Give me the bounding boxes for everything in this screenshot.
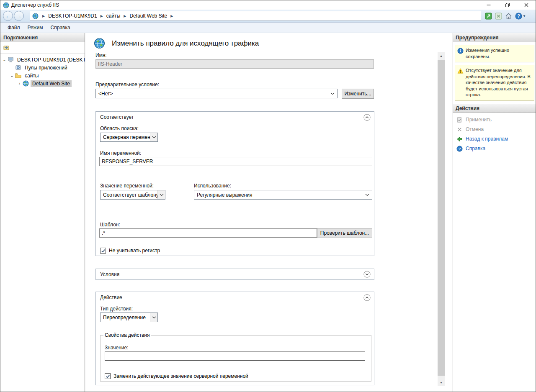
ignore-case-checkrow: Не учитывать регистр bbox=[100, 248, 160, 254]
conditions-section: Условия bbox=[95, 269, 374, 280]
back-button[interactable]: ← bbox=[3, 11, 13, 21]
using-select[interactable]: Регулярные выражения bbox=[194, 190, 372, 200]
tree-item-app-pools[interactable]: Пулы приложений bbox=[0, 64, 85, 72]
iis-manager-window: Диспетчер служб IIS ← → ▶ DESKTOP-U1MK9D… bbox=[0, 0, 536, 392]
variable-value-value: Соответствует шаблону bbox=[103, 192, 159, 198]
tree-expander-icon[interactable]: ⌄ bbox=[9, 74, 15, 78]
titlebar: Диспетчер служб IIS bbox=[0, 0, 536, 10]
right-panel: Предупреждения Изменения успешно сохране… bbox=[453, 33, 536, 392]
actions-list: Применить Отмена Назад к правилам Справк… bbox=[453, 113, 536, 154]
website-globe-icon bbox=[23, 80, 29, 87]
scrollbar-thumb[interactable] bbox=[438, 60, 445, 376]
window-controls bbox=[479, 0, 536, 10]
back-arrow-icon bbox=[456, 136, 463, 142]
replace-value-checkbox[interactable] bbox=[105, 373, 111, 379]
scroll-up-button[interactable]: ▲ bbox=[438, 52, 445, 59]
site-globe-icon bbox=[32, 13, 39, 19]
collapse-match-button[interactable] bbox=[363, 114, 371, 121]
replace-value-label: Заменить действующее значение серверной … bbox=[113, 373, 248, 379]
help-icon bbox=[456, 146, 463, 152]
scope-select[interactable]: Серверная переменн bbox=[100, 133, 158, 142]
action-value-input[interactable] bbox=[105, 351, 365, 361]
action-type-label: Тип действия: bbox=[100, 306, 133, 312]
variable-name-input[interactable] bbox=[99, 157, 372, 166]
cancel-label: Отмена bbox=[466, 126, 484, 132]
variable-value-label: Значение переменной: bbox=[100, 183, 154, 189]
scope-label: Область поиска: bbox=[100, 126, 139, 131]
menu-view[interactable]: Режим bbox=[24, 23, 47, 32]
menu-help[interactable]: Справка bbox=[47, 23, 74, 32]
help-icon bbox=[515, 13, 522, 20]
tree-expander-icon[interactable]: › bbox=[16, 82, 23, 86]
collapse-action-button[interactable] bbox=[363, 294, 371, 301]
precondition-label: Предварительное условие: bbox=[95, 82, 159, 87]
match-section-title: Соответствует bbox=[100, 114, 134, 120]
scroll-down-button[interactable]: ▼ bbox=[438, 379, 445, 386]
window-title: Диспетчер служб IIS bbox=[11, 2, 59, 8]
replace-value-checkrow: Заменить действующее значение серверной … bbox=[105, 373, 248, 379]
apply-icon bbox=[456, 117, 463, 123]
breadcrumb-item-server[interactable]: DESKTOP-U1MK9D1 bbox=[47, 12, 98, 20]
action-section-title: Действие bbox=[100, 295, 122, 300]
action-type-select[interactable]: Переопределение bbox=[100, 313, 158, 322]
info-icon bbox=[457, 48, 464, 54]
action-section: Действие Тип действия: Переопределение С… bbox=[95, 292, 374, 385]
stop-icon[interactable] bbox=[495, 13, 502, 20]
restore-button[interactable] bbox=[498, 0, 517, 10]
close-button[interactable] bbox=[517, 0, 536, 10]
create-connection-icon[interactable] bbox=[3, 44, 10, 51]
sites-folder-icon bbox=[15, 72, 21, 79]
pattern-input[interactable] bbox=[99, 228, 317, 238]
tree-item-server[interactable]: ⌄ DESKTOP-U1MK9D1 (DESKTOP bbox=[0, 56, 85, 64]
iis-app-icon bbox=[3, 2, 9, 8]
action-type-value: Переопределение bbox=[103, 315, 146, 320]
breadcrumb-item-sites[interactable]: сайты bbox=[105, 12, 122, 20]
tree-expander-icon[interactable]: ⌄ bbox=[1, 58, 8, 62]
apply-button: Применить bbox=[453, 115, 536, 125]
home-icon[interactable] bbox=[505, 13, 512, 20]
forward-button[interactable]: → bbox=[14, 11, 24, 21]
tree-item-sites[interactable]: ⌄ сайты bbox=[0, 72, 85, 79]
tree-label-sites: сайты bbox=[23, 72, 41, 79]
edit-precondition-button[interactable]: Изменить... bbox=[342, 89, 374, 99]
chevron-down-icon bbox=[330, 92, 335, 95]
edit-outbound-rule-page: Изменить правило для исходящего трафика … bbox=[85, 33, 452, 392]
breadcrumb-item-default-web-site[interactable]: Default Web Site bbox=[128, 12, 168, 20]
ignore-case-checkbox[interactable] bbox=[100, 248, 106, 254]
back-to-rules-label: Назад к правилам bbox=[466, 136, 508, 142]
breadcrumb-arrow-icon: ▶ bbox=[100, 14, 103, 18]
navigation-bar: ← → ▶ DESKTOP-U1MK9D1 ▶ сайты ▶ Default … bbox=[0, 10, 536, 23]
restart-icon[interactable] bbox=[485, 13, 492, 20]
menu-file[interactable]: Файл bbox=[4, 23, 24, 32]
close-icon bbox=[524, 3, 528, 7]
precondition-select[interactable]: <Нет> bbox=[95, 89, 338, 98]
help-link[interactable]: Справка bbox=[453, 144, 536, 154]
chevron-down-icon: ▼ bbox=[523, 14, 526, 18]
tree-item-default-web-site[interactable]: › Default Web Site bbox=[0, 79, 85, 87]
vertical-scrollbar[interactable]: ▲ ▼ bbox=[438, 52, 445, 386]
name-input[interactable] bbox=[95, 59, 374, 69]
breadcrumb-arrow-icon: ▶ bbox=[124, 14, 126, 18]
check-icon bbox=[101, 249, 106, 253]
connections-toolbar bbox=[0, 42, 85, 54]
precondition-value: <Нет> bbox=[98, 91, 113, 97]
action-properties-fieldset: Свойства действия Значение: Заменить дей… bbox=[100, 332, 371, 382]
breadcrumb: ▶ DESKTOP-U1MK9D1 ▶ сайты ▶ Default Web … bbox=[30, 11, 481, 21]
minimize-button[interactable] bbox=[479, 0, 498, 10]
connections-panel: Подключения ⌄ DESKTOP-U1MK9D1 (DESKTOP П… bbox=[0, 33, 85, 392]
expand-conditions-button[interactable] bbox=[363, 271, 371, 278]
variable-value-select[interactable]: Соответствует шаблону bbox=[100, 190, 165, 200]
match-section: Соответствует Область поиска: Серверная … bbox=[95, 111, 374, 256]
chevron-down-icon bbox=[150, 133, 157, 141]
conditions-section-title: Условия bbox=[100, 272, 119, 277]
chevron-down-icon bbox=[150, 313, 157, 322]
tree-label-default-web-site: Default Web Site bbox=[31, 80, 72, 87]
navbar-tools: ▼ bbox=[485, 13, 526, 20]
app-pools-icon bbox=[15, 64, 21, 71]
back-to-rules-link[interactable]: Назад к правилам bbox=[453, 134, 536, 144]
help-menu-button[interactable]: ▼ bbox=[515, 13, 526, 20]
using-label: Использование: bbox=[194, 183, 231, 189]
ignore-case-label: Не учитывать регистр bbox=[109, 248, 160, 254]
test-pattern-button[interactable]: Проверить шаблон... bbox=[317, 228, 372, 238]
actions-header: Действия bbox=[453, 104, 536, 113]
